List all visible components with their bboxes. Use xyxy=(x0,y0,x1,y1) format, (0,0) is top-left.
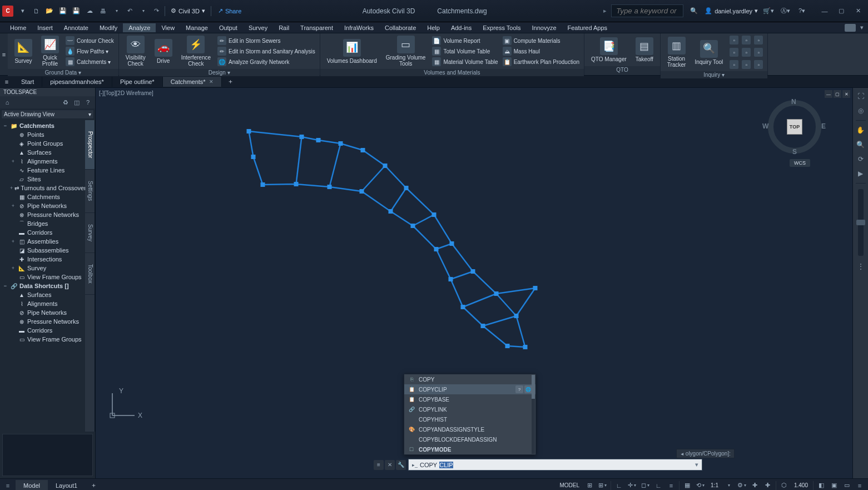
tree-node[interactable]: ▦Catchments xyxy=(0,192,85,201)
tree-node[interactable]: ▭View Frame Groups xyxy=(0,335,85,344)
minimize-button[interactable]: — xyxy=(817,4,832,18)
status-lwt-icon[interactable]: ≡ xyxy=(665,480,677,491)
ribbon-button[interactable]: 📐Survey xyxy=(11,38,36,65)
tree-expand-icon[interactable]: − xyxy=(2,283,8,289)
autodesk-icon[interactable]: Ⓐ▾ xyxy=(779,5,791,17)
autocomplete-item[interactable]: 📋COPYCLIP?🌐 xyxy=(404,384,535,394)
menu-rail[interactable]: Rail xyxy=(273,23,295,32)
status-scale[interactable]: 1:1 xyxy=(707,482,722,488)
file-tab[interactable]: pipesandmanholes* xyxy=(42,77,112,87)
drawing-canvas[interactable]: [-][Top][2D Wireframe] — ▢ ✕ xyxy=(96,88,852,478)
tree-node[interactable]: ◪Subassemblies xyxy=(0,246,85,255)
menu-manage[interactable]: Manage xyxy=(180,23,214,32)
cmd-recent-icon[interactable]: ≡ xyxy=(374,460,384,470)
ribbon-button[interactable]: 〰Contour Check xyxy=(65,36,115,46)
status-iso-icon[interactable]: ◧ xyxy=(815,480,827,491)
menu-annotate[interactable]: Annotate xyxy=(58,23,94,32)
ribbon-button[interactable]: 🚗Drive xyxy=(151,38,176,65)
toolspace-view-dropdown[interactable]: Active Drawing View ▾ xyxy=(1,110,94,119)
file-tab[interactable]: Catchments*✕ xyxy=(163,77,222,87)
status-units-icon[interactable]: ⬡ xyxy=(778,480,790,491)
new-tab-button[interactable]: ＋ xyxy=(222,76,239,87)
maximize-button[interactable]: ▢ xyxy=(834,4,849,18)
search-input[interactable] xyxy=(611,4,683,17)
viewcube-e[interactable]: E xyxy=(821,122,826,130)
ribbon-button[interactable]: ▣Compute Materials xyxy=(502,36,581,46)
menu-analyze[interactable]: Analyze xyxy=(123,23,156,32)
ribbon-button[interactable]: ▫ xyxy=(728,34,740,46)
app-icon[interactable]: C xyxy=(2,6,13,17)
vtab-prospector[interactable]: Prospector xyxy=(85,120,95,170)
tree-node[interactable]: ▱Sites xyxy=(0,175,85,184)
nav-pan-icon[interactable]: ✋ xyxy=(855,124,867,136)
ribbon-button[interactable]: ▥StationTracker xyxy=(664,36,690,69)
ribbon-button[interactable]: ▫ xyxy=(753,34,764,46)
ribbon-button[interactable]: ▭Grading VolumeTools xyxy=(383,34,429,68)
vtab-toolbox[interactable]: Toolbox xyxy=(85,253,95,295)
status-hardware-icon[interactable]: ▣ xyxy=(828,480,840,491)
panel-title[interactable]: Ground Data ▾ xyxy=(8,69,118,76)
viewcube[interactable]: TOP N S W E xyxy=(767,99,822,155)
autocomplete-item[interactable]: 🔗COPYLINK xyxy=(404,404,535,414)
help-icon[interactable]: ?▾ xyxy=(796,5,808,17)
tree-node[interactable]: ⊗Pressure Networks xyxy=(0,210,85,219)
ribbon-button[interactable]: ✏Edit in Storm and Sanitary Analysis xyxy=(216,46,316,56)
tab-start[interactable]: Start xyxy=(13,77,42,87)
cmd-close-icon[interactable]: ✕ xyxy=(385,460,395,470)
nav-showmotion-icon[interactable]: ▶ xyxy=(855,167,867,180)
ucs-icon[interactable]: Y X xyxy=(107,388,140,423)
tree-node[interactable]: ▭View Frame Groups xyxy=(0,273,85,281)
ribbon-button[interactable]: 👁VisibilityCheck xyxy=(122,34,149,68)
cart-icon[interactable]: 🛒▾ xyxy=(762,5,775,17)
undo-icon[interactable]: ↶ xyxy=(123,5,136,17)
ribbon-button[interactable]: 📈QuickProfile xyxy=(38,34,62,68)
tree-node[interactable]: ▲Surfaces xyxy=(0,148,85,157)
ribbon-button[interactable]: ▦Material Volume Table xyxy=(431,57,499,67)
ribbon-button[interactable]: ▫ xyxy=(728,47,740,58)
vtab-settings[interactable]: Settings xyxy=(85,170,95,212)
ac-help-icon[interactable]: ? xyxy=(515,385,523,393)
plot-dd-icon[interactable] xyxy=(110,5,122,17)
ribbon-button[interactable]: ▫ xyxy=(753,59,764,70)
layout-tab[interactable]: Model xyxy=(16,480,48,491)
modeltabs-handle[interactable]: ≡ xyxy=(0,482,16,489)
status-transparency-icon[interactable]: ▦ xyxy=(681,480,693,491)
menu-icon[interactable]: ▾ xyxy=(17,5,29,17)
ts-refresh-icon[interactable]: ♻ xyxy=(61,97,71,107)
ribbon-button[interactable]: ▫ xyxy=(728,59,740,70)
tree-expand-icon[interactable]: + xyxy=(10,185,13,191)
ribbon-button[interactable]: 📑QTO Manager xyxy=(588,36,630,63)
tree-expand-icon[interactable]: + xyxy=(10,265,16,271)
new-layout-button[interactable]: ＋ xyxy=(85,479,102,490)
menu-help[interactable]: Help xyxy=(421,23,445,32)
status-grid-dd[interactable]: ⊞ xyxy=(596,480,609,491)
menu-modify[interactable]: Modify xyxy=(94,23,123,32)
status-ortho-icon[interactable]: ∟ xyxy=(652,480,664,491)
autocomplete-scrollbar[interactable] xyxy=(532,375,535,454)
file-tab[interactable]: Pipe outline* xyxy=(112,77,163,87)
ac-internet-icon[interactable]: 🌐 xyxy=(524,385,532,393)
tree-node[interactable]: ⊘Pipe Networks xyxy=(0,308,85,317)
tree-expand-icon[interactable]: + xyxy=(10,239,16,244)
tree-expand-icon[interactable]: + xyxy=(10,159,16,164)
autocomplete-item[interactable]: 📋COPYBASE xyxy=(404,394,535,404)
ribbon-button[interactable]: ⚡InterferenceCheck xyxy=(178,34,214,68)
workspace-dropdown[interactable]: ⚙ Civil 3D ▾ xyxy=(167,6,209,16)
status-scale-dd[interactable] xyxy=(722,480,735,491)
cmd-customize-icon[interactable]: 🔧 xyxy=(396,460,406,470)
tree-node[interactable]: +⇄Turnouts and Crossovers xyxy=(0,184,85,192)
save-icon[interactable]: 💾 xyxy=(57,5,69,17)
saveas-icon[interactable]: 💾 xyxy=(70,5,82,17)
new-icon[interactable]: 🗋 xyxy=(30,5,42,17)
ribbon-button[interactable]: ▫ xyxy=(753,47,764,58)
search-go-icon[interactable]: 🔍 xyxy=(688,5,700,17)
menu-express-tools[interactable]: Express Tools xyxy=(477,23,526,32)
tree-node[interactable]: ✚Intersections xyxy=(0,255,85,264)
status-crosshair-icon[interactable]: ✚ xyxy=(762,480,774,491)
viewcube-w[interactable]: W xyxy=(762,122,768,130)
tree-expand-icon[interactable]: + xyxy=(10,203,16,209)
command-input[interactable]: ▸_ COPYCLIP ▾ xyxy=(408,459,702,471)
menu-innovyze[interactable]: Innovyze xyxy=(526,23,562,32)
status-cycling-icon[interactable]: ⟲ xyxy=(694,480,707,491)
tree-node[interactable]: ⊗Pressure Networks xyxy=(0,317,85,326)
